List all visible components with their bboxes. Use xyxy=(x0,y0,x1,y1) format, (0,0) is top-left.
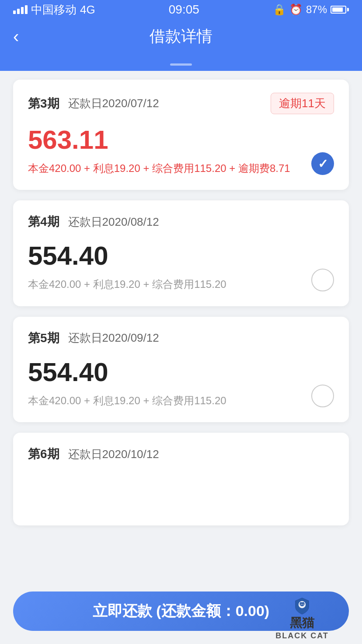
due-date-6: 还款日2020/10/12 xyxy=(68,447,159,462)
breakdown-4: 本金420.00 + 利息19.20 + 综合费用115.20 xyxy=(28,276,334,293)
back-button[interactable]: ‹ xyxy=(13,28,19,45)
svg-point-4 xyxy=(303,604,303,605)
battery-label: 87% xyxy=(306,4,327,16)
status-left: 中国移动 4G xyxy=(13,2,95,18)
status-right: 🔒 ⏰ 87% xyxy=(273,4,349,16)
card-header-3: 第3期 还款日2020/07/12 逾期11天 xyxy=(28,93,334,114)
carrier-label: 中国移动 xyxy=(31,2,77,18)
signal-icon xyxy=(13,5,28,14)
amount-3: 563.11 xyxy=(28,125,334,155)
header: ‹ 借款详情 xyxy=(0,19,362,58)
checkbox-5[interactable] xyxy=(311,385,334,407)
page-title: 借款详情 xyxy=(150,26,212,47)
watermark-chinese: 黑猫 xyxy=(290,615,314,631)
due-date-4: 还款日2020/08/12 xyxy=(68,214,159,230)
breakdown-3: 本金420.00 + 利息19.20 + 综合费用115.20 + 逾期费8.7… xyxy=(28,160,334,177)
network-label: 4G xyxy=(80,3,95,17)
checkbox-4[interactable] xyxy=(311,269,334,291)
installment-card-4[interactable]: 第4期 还款日2020/08/12 554.40 本金420.00 + 利息19… xyxy=(13,200,349,306)
watermark: 黑猫 BLACK CAT xyxy=(242,597,362,644)
blackcat-logo xyxy=(285,597,320,615)
due-date-3: 还款日2020/07/12 xyxy=(68,96,159,111)
scroll-dot xyxy=(170,63,192,66)
overdue-badge-3: 逾期11天 xyxy=(271,93,334,114)
amount-4: 554.40 xyxy=(28,241,334,271)
amount-5: 554.40 xyxy=(28,357,334,387)
installment-card-6[interactable]: 第6期 还款日2020/10/12 xyxy=(13,433,349,525)
due-date-5: 还款日2020/09/12 xyxy=(68,330,159,346)
content-area: 第3期 还款日2020/07/12 逾期11天 563.11 本金420.00 … xyxy=(0,71,362,534)
period-label-5: 第5期 xyxy=(28,330,59,346)
scroll-indicator-area xyxy=(0,58,362,71)
period-label-3: 第3期 xyxy=(28,95,59,112)
installment-card-3[interactable]: 第3期 还款日2020/07/12 逾期11天 563.11 本金420.00 … xyxy=(13,80,349,190)
status-bar: 中国移动 4G 09:05 🔒 ⏰ 87% xyxy=(0,0,362,19)
alarm-icon: ⏰ xyxy=(289,4,303,16)
time-label: 09:05 xyxy=(169,3,199,17)
svg-point-3 xyxy=(301,604,301,605)
period-label-4: 第4期 xyxy=(28,214,59,230)
installment-card-5[interactable]: 第5期 还款日2020/09/12 554.40 本金420.00 + 利息19… xyxy=(13,317,349,422)
card-header-5: 第5期 还款日2020/09/12 xyxy=(28,330,334,346)
period-label-6: 第6期 xyxy=(28,446,59,462)
card-header-4: 第4期 还款日2020/08/12 xyxy=(28,214,334,230)
battery-icon xyxy=(331,6,349,14)
watermark-english: BLACK CAT xyxy=(275,631,329,640)
breakdown-5: 本金420.00 + 利息19.20 + 综合费用115.20 xyxy=(28,392,334,409)
lock-icon: 🔒 xyxy=(273,4,286,16)
checkbox-3[interactable] xyxy=(311,152,334,175)
card-header-6: 第6期 还款日2020/10/12 xyxy=(28,446,334,462)
